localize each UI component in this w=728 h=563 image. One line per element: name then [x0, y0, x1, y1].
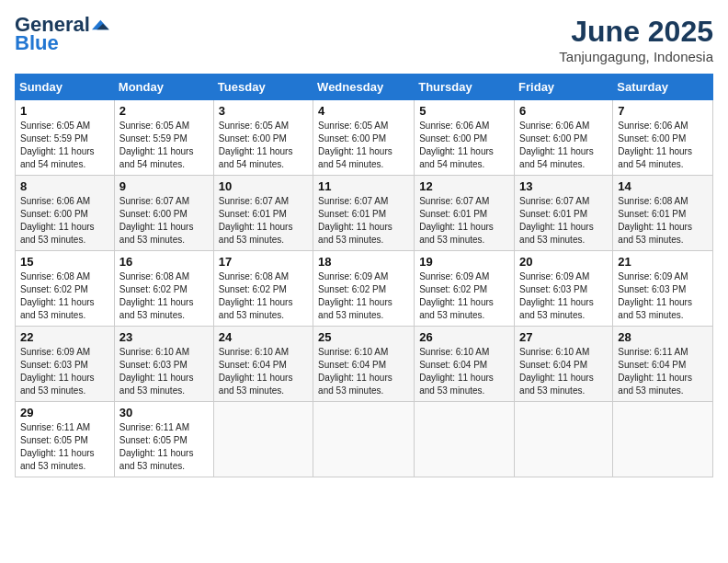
weekday-header-row: SundayMondayTuesdayWednesdayThursdayFrid…: [16, 75, 713, 100]
weekday-header-sunday: Sunday: [16, 75, 115, 100]
calendar-day-cell: 2 Sunrise: 6:05 AM Sunset: 5:59 PM Dayli…: [114, 100, 213, 176]
calendar-week-row: 1 Sunrise: 6:05 AM Sunset: 5:59 PM Dayli…: [16, 100, 713, 176]
day-number: 28: [618, 330, 708, 344]
calendar-day-cell: 11 Sunrise: 6:07 AM Sunset: 6:01 PM Dayl…: [313, 176, 415, 251]
calendar-day-cell: 28 Sunrise: 6:11 AM Sunset: 6:04 PM Dayl…: [613, 327, 713, 402]
day-info: Sunrise: 6:10 AM Sunset: 6:04 PM Dayligh…: [219, 346, 308, 397]
day-info: Sunrise: 6:06 AM Sunset: 6:00 PM Dayligh…: [20, 195, 109, 247]
day-info: Sunrise: 6:06 AM Sunset: 6:00 PM Dayligh…: [519, 120, 608, 171]
calendar-day-cell: 4 Sunrise: 6:05 AM Sunset: 6:00 PM Dayli…: [313, 100, 415, 176]
day-info: Sunrise: 6:08 AM Sunset: 6:02 PM Dayligh…: [219, 270, 308, 322]
day-info: Sunrise: 6:07 AM Sunset: 6:01 PM Dayligh…: [219, 195, 308, 247]
day-number: 18: [318, 255, 409, 269]
calendar-day-cell: 25 Sunrise: 6:10 AM Sunset: 6:04 PM Dayl…: [313, 327, 415, 402]
day-info: Sunrise: 6:10 AM Sunset: 6:03 PM Dayligh…: [119, 346, 209, 397]
logo: General Blue: [15, 15, 110, 55]
weekday-header-tuesday: Tuesday: [213, 75, 313, 100]
day-number: 9: [119, 179, 209, 193]
weekday-header-monday: Monday: [114, 75, 213, 100]
day-info: Sunrise: 6:10 AM Sunset: 6:04 PM Dayligh…: [419, 346, 509, 397]
day-number: 2: [119, 104, 209, 118]
calendar-day-cell: 7 Sunrise: 6:06 AM Sunset: 6:00 PM Dayli…: [613, 100, 713, 176]
calendar-day-cell: 15 Sunrise: 6:08 AM Sunset: 6:02 PM Dayl…: [16, 251, 115, 327]
day-number: 14: [618, 179, 708, 193]
day-info: Sunrise: 6:09 AM Sunset: 6:03 PM Dayligh…: [618, 270, 708, 322]
calendar-day-cell: 29 Sunrise: 6:11 AM Sunset: 6:05 PM Dayl…: [16, 402, 115, 477]
calendar-day-cell: 18 Sunrise: 6:09 AM Sunset: 6:02 PM Dayl…: [313, 251, 415, 327]
calendar-day-cell: 26 Sunrise: 6:10 AM Sunset: 6:04 PM Dayl…: [415, 327, 515, 402]
day-number: 7: [618, 104, 708, 118]
calendar-day-cell: 5 Sunrise: 6:06 AM Sunset: 6:00 PM Dayli…: [415, 100, 515, 176]
day-number: 4: [318, 104, 409, 118]
weekday-header-friday: Friday: [515, 75, 613, 100]
calendar-day-cell: 22 Sunrise: 6:09 AM Sunset: 6:03 PM Dayl…: [16, 327, 115, 402]
calendar-day-cell: 12 Sunrise: 6:07 AM Sunset: 6:01 PM Dayl…: [415, 176, 515, 251]
day-number: 1: [20, 104, 109, 118]
day-info: Sunrise: 6:09 AM Sunset: 6:02 PM Dayligh…: [419, 270, 509, 322]
day-number: 21: [618, 255, 708, 269]
day-info: Sunrise: 6:07 AM Sunset: 6:01 PM Dayligh…: [519, 195, 608, 247]
empty-cell: [313, 402, 415, 477]
calendar-day-cell: 8 Sunrise: 6:06 AM Sunset: 6:00 PM Dayli…: [16, 176, 115, 251]
day-number: 26: [419, 330, 509, 344]
calendar-day-cell: 27 Sunrise: 6:10 AM Sunset: 6:04 PM Dayl…: [515, 327, 613, 402]
day-info: Sunrise: 6:06 AM Sunset: 6:00 PM Dayligh…: [419, 120, 509, 171]
calendar-day-cell: 21 Sunrise: 6:09 AM Sunset: 6:03 PM Dayl…: [613, 251, 713, 327]
weekday-header-wednesday: Wednesday: [313, 75, 415, 100]
empty-cell: [613, 402, 713, 477]
weekday-header-thursday: Thursday: [415, 75, 515, 100]
day-number: 10: [219, 179, 308, 193]
day-info: Sunrise: 6:11 AM Sunset: 6:04 PM Dayligh…: [618, 346, 708, 397]
day-info: Sunrise: 6:07 AM Sunset: 6:00 PM Dayligh…: [119, 195, 209, 247]
day-number: 17: [219, 255, 308, 269]
calendar-week-row: 29 Sunrise: 6:11 AM Sunset: 6:05 PM Dayl…: [16, 402, 713, 477]
page-header: General Blue June 2025 Tanjungagung, Ind…: [15, 15, 713, 64]
day-info: Sunrise: 6:09 AM Sunset: 6:03 PM Dayligh…: [20, 346, 109, 397]
empty-cell: [415, 402, 515, 477]
day-info: Sunrise: 6:05 AM Sunset: 6:00 PM Dayligh…: [219, 120, 308, 171]
day-number: 11: [318, 179, 409, 193]
day-number: 29: [20, 406, 109, 419]
calendar-day-cell: 16 Sunrise: 6:08 AM Sunset: 6:02 PM Dayl…: [114, 251, 213, 327]
day-info: Sunrise: 6:07 AM Sunset: 6:01 PM Dayligh…: [419, 195, 509, 247]
weekday-header-saturday: Saturday: [613, 75, 713, 100]
calendar-day-cell: 20 Sunrise: 6:09 AM Sunset: 6:03 PM Dayl…: [515, 251, 613, 327]
day-number: 16: [119, 255, 209, 269]
logo-icon: [92, 16, 110, 34]
calendar-week-row: 22 Sunrise: 6:09 AM Sunset: 6:03 PM Dayl…: [16, 327, 713, 402]
day-info: Sunrise: 6:10 AM Sunset: 6:04 PM Dayligh…: [519, 346, 608, 397]
day-number: 24: [219, 330, 308, 344]
day-number: 30: [119, 406, 209, 419]
day-number: 25: [318, 330, 409, 344]
day-number: 20: [519, 255, 608, 269]
day-info: Sunrise: 6:08 AM Sunset: 6:02 PM Dayligh…: [119, 270, 209, 322]
day-number: 22: [20, 330, 109, 344]
calendar-week-row: 15 Sunrise: 6:08 AM Sunset: 6:02 PM Dayl…: [16, 251, 713, 327]
day-info: Sunrise: 6:11 AM Sunset: 6:05 PM Dayligh…: [119, 421, 209, 473]
day-info: Sunrise: 6:11 AM Sunset: 6:05 PM Dayligh…: [20, 421, 109, 473]
day-info: Sunrise: 6:06 AM Sunset: 6:00 PM Dayligh…: [618, 120, 708, 171]
logo-blue-text: Blue: [15, 31, 59, 55]
day-info: Sunrise: 6:08 AM Sunset: 6:02 PM Dayligh…: [20, 270, 109, 322]
day-info: Sunrise: 6:05 AM Sunset: 6:00 PM Dayligh…: [318, 120, 409, 171]
empty-cell: [213, 402, 313, 477]
day-number: 15: [20, 255, 109, 269]
calendar-day-cell: 17 Sunrise: 6:08 AM Sunset: 6:02 PM Dayl…: [213, 251, 313, 327]
calendar-day-cell: 3 Sunrise: 6:05 AM Sunset: 6:00 PM Dayli…: [213, 100, 313, 176]
calendar-day-cell: 14 Sunrise: 6:08 AM Sunset: 6:01 PM Dayl…: [613, 176, 713, 251]
title-block: June 2025 Tanjungagung, Indonesia: [559, 15, 713, 64]
day-info: Sunrise: 6:10 AM Sunset: 6:04 PM Dayligh…: [318, 346, 409, 397]
day-number: 12: [419, 179, 509, 193]
day-number: 5: [419, 104, 509, 118]
day-info: Sunrise: 6:09 AM Sunset: 6:03 PM Dayligh…: [519, 270, 608, 322]
calendar-day-cell: 24 Sunrise: 6:10 AM Sunset: 6:04 PM Dayl…: [213, 327, 313, 402]
day-number: 3: [219, 104, 308, 118]
calendar-day-cell: 1 Sunrise: 6:05 AM Sunset: 5:59 PM Dayli…: [16, 100, 115, 176]
day-number: 8: [20, 179, 109, 193]
day-info: Sunrise: 6:09 AM Sunset: 6:02 PM Dayligh…: [318, 270, 409, 322]
empty-cell: [515, 402, 613, 477]
day-number: 19: [419, 255, 509, 269]
day-info: Sunrise: 6:05 AM Sunset: 5:59 PM Dayligh…: [20, 120, 109, 171]
calendar-day-cell: 23 Sunrise: 6:10 AM Sunset: 6:03 PM Dayl…: [114, 327, 213, 402]
calendar-table: SundayMondayTuesdayWednesdayThursdayFrid…: [15, 74, 713, 477]
